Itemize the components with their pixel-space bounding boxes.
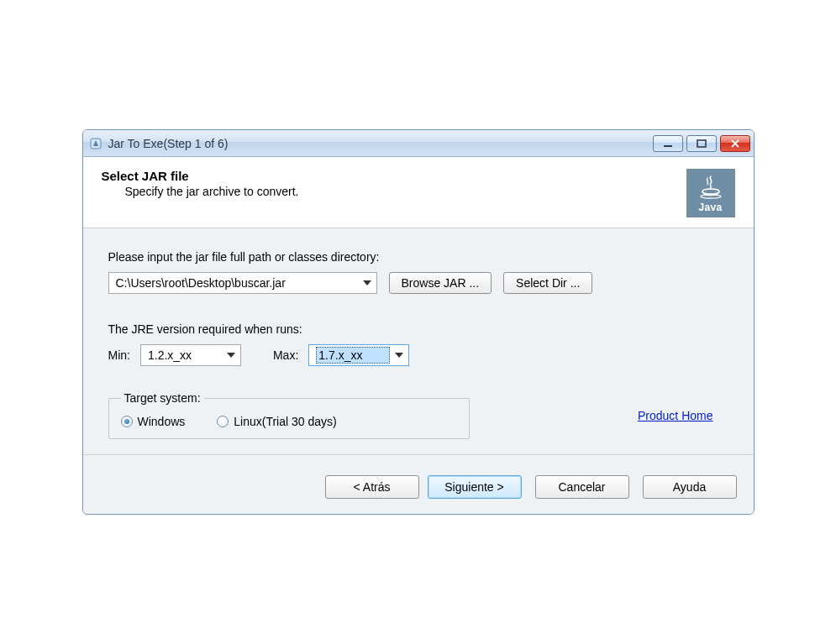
back-button[interactable]: < Atrás [325, 475, 419, 499]
maximize-button[interactable] [686, 135, 717, 152]
wizard-header-text: Select JAR file Specify the jar archive … [102, 169, 686, 198]
app-icon [88, 136, 103, 151]
window-title: Jar To Exe(Step 1 of 6) [108, 137, 653, 150]
browse-jar-button[interactable]: Browse JAR ... [389, 272, 492, 294]
product-home-link[interactable]: Product Home [638, 409, 712, 422]
titlebar: Jar To Exe(Step 1 of 6) [83, 130, 754, 157]
target-system-legend: Target system: [121, 391, 204, 405]
target-system-group: Target system: Windows Linux(Trial 30 da… [108, 391, 470, 439]
chevron-down-icon [363, 280, 371, 285]
java-cup-icon [697, 173, 725, 202]
target-windows-label: Windows [138, 415, 186, 428]
radio-unchecked-icon [217, 416, 229, 427]
svg-point-3 [702, 189, 719, 194]
chevron-down-icon [227, 353, 235, 358]
java-logo: Java [686, 169, 735, 217]
jre-max-combobox[interactable]: 1.7.x_xx [308, 344, 409, 366]
next-button[interactable]: Siguiente > [428, 475, 522, 499]
cancel-button[interactable]: Cancelar [535, 475, 629, 499]
target-and-link-row: Target system: Windows Linux(Trial 30 da… [108, 391, 728, 439]
jre-min-combobox[interactable]: 1.2.x_xx [140, 344, 241, 366]
page-subtitle: Specify the jar archive to convert. [125, 185, 686, 198]
target-linux-label: Linux(Trial 30 days) [234, 415, 336, 428]
window-controls [653, 135, 750, 152]
min-label: Min: [108, 348, 130, 362]
wizard-window: Jar To Exe(Step 1 of 6) Select JAR file … [82, 129, 755, 515]
target-windows-radio[interactable]: Windows [121, 415, 186, 428]
jre-prompt: The JRE version required when runs: [108, 322, 728, 336]
svg-rect-2 [697, 140, 706, 147]
chevron-down-icon [395, 353, 403, 358]
target-linux-radio[interactable]: Linux(Trial 30 days) [217, 415, 336, 428]
page-title: Select JAR file [102, 169, 686, 183]
help-button[interactable]: Ayuda [643, 475, 737, 499]
jre-min-value: 1.2.x_xx [148, 348, 222, 362]
svg-rect-1 [664, 145, 672, 147]
path-row: C:\Users\root\Desktop\buscar.jar Browse … [108, 272, 728, 294]
java-logo-text: Java [699, 202, 723, 213]
radio-checked-icon [121, 416, 133, 427]
jar-path-value: C:\Users\root\Desktop\buscar.jar [116, 276, 358, 290]
max-label: Max: [273, 348, 298, 362]
path-prompt: Please input the jar file full path or c… [108, 250, 728, 264]
select-dir-button[interactable]: Select Dir ... [503, 272, 592, 294]
wizard-content: Please input the jar file full path or c… [83, 228, 754, 463]
wizard-header: Select JAR file Specify the jar archive … [83, 157, 754, 228]
jar-path-combobox[interactable]: C:\Users\root\Desktop\buscar.jar [108, 272, 377, 294]
wizard-button-bar: < Atrás Siguiente > Cancelar Ayuda [83, 463, 754, 514]
close-button[interactable] [720, 135, 750, 152]
minimize-button[interactable] [653, 135, 683, 152]
jre-max-value: 1.7.x_xx [316, 347, 390, 364]
separator [83, 454, 754, 455]
jre-row: Min: 1.2.x_xx Max: 1.7.x_xx [108, 344, 728, 366]
